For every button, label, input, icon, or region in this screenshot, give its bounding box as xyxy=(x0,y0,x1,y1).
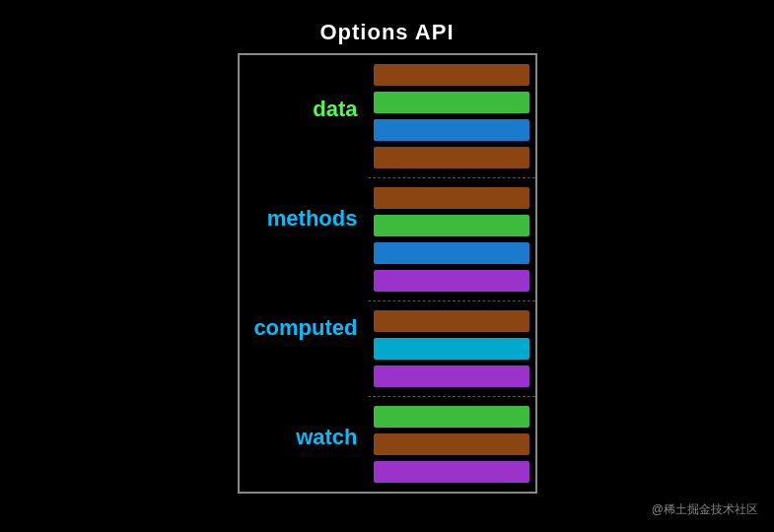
bar-data-0 xyxy=(374,64,529,86)
label-watch: watch xyxy=(296,425,357,450)
bar-watch-1 xyxy=(374,433,529,455)
bar-watch-2 xyxy=(374,461,529,483)
label-wrapper-methods: methods xyxy=(249,165,358,274)
label-data: data xyxy=(313,97,357,122)
api-box: datamethodscomputedwatch xyxy=(238,53,537,494)
label-wrapper-computed: computed xyxy=(249,274,358,383)
bar-data-3 xyxy=(374,147,529,168)
watermark: @稀土掘金技术社区 xyxy=(652,501,758,518)
group-methods xyxy=(368,178,535,301)
label-wrapper-watch: watch xyxy=(249,382,358,492)
diagram-title: Options API xyxy=(319,20,454,45)
group-data xyxy=(368,55,535,178)
bars-column xyxy=(368,55,535,492)
labels-column: datamethodscomputedwatch xyxy=(240,55,368,492)
bar-computed-1 xyxy=(374,338,529,360)
bar-computed-2 xyxy=(374,366,529,387)
group-watch xyxy=(368,397,535,492)
group-computed xyxy=(368,301,535,397)
bar-methods-0 xyxy=(374,187,529,209)
bar-watch-0 xyxy=(374,406,529,428)
label-wrapper-data: data xyxy=(249,55,358,165)
bar-data-2 xyxy=(374,119,529,141)
diagram-wrapper: Options API datamethodscomputedwatch xyxy=(238,20,537,494)
bar-methods-2 xyxy=(374,242,529,264)
label-methods: methods xyxy=(267,206,358,232)
bar-data-1 xyxy=(374,92,529,113)
label-computed: computed xyxy=(253,315,357,341)
bar-methods-3 xyxy=(374,270,529,292)
main-container: Options API datamethodscomputedwatch xyxy=(0,0,774,532)
bar-methods-1 xyxy=(374,215,529,236)
bar-computed-0 xyxy=(374,310,529,332)
